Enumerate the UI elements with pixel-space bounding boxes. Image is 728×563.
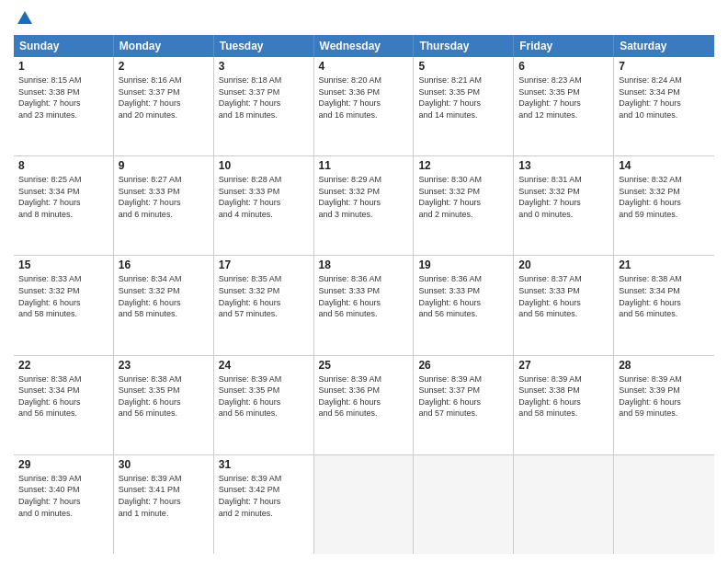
day-cell-7: 7Sunrise: 8:24 AMSunset: 3:34 PMDaylight… — [614, 57, 714, 155]
cell-line: Sunrise: 8:39 AM — [619, 373, 710, 385]
cell-line: Daylight: 7 hours — [18, 98, 108, 109]
calendar-body: 1Sunrise: 8:15 AMSunset: 3:38 PMDaylight… — [14, 57, 714, 554]
day-number: 12 — [418, 159, 508, 172]
cell-line: and 56 minutes. — [319, 308, 409, 320]
day-cell-17: 17Sunrise: 8:35 AMSunset: 3:32 PMDayligh… — [214, 256, 314, 354]
cell-line: Sunset: 3:39 PM — [619, 385, 710, 396]
day-number: 4 — [319, 60, 409, 73]
cell-line: Daylight: 6 hours — [518, 297, 609, 309]
cell-line: Sunset: 3:32 PM — [119, 285, 209, 297]
day-number: 6 — [518, 60, 609, 73]
cell-line: Daylight: 7 hours — [319, 98, 409, 109]
day-cell-12: 12Sunrise: 8:30 AMSunset: 3:32 PMDayligh… — [414, 156, 514, 255]
cell-line: Sunrise: 8:31 AM — [518, 174, 609, 186]
empty-cell — [414, 455, 514, 554]
cell-line: Sunset: 3:34 PM — [18, 385, 108, 396]
day-cell-19: 19Sunrise: 8:36 AMSunset: 3:33 PMDayligh… — [414, 256, 514, 354]
day-cell-10: 10Sunrise: 8:28 AMSunset: 3:33 PMDayligh… — [214, 156, 314, 255]
cell-line: Daylight: 6 hours — [119, 396, 209, 408]
day-cell-21: 21Sunrise: 8:38 AMSunset: 3:34 PMDayligh… — [614, 256, 714, 354]
day-number: 31 — [219, 458, 309, 471]
cell-line: Sunrise: 8:36 AM — [418, 273, 508, 285]
cell-line: Sunset: 3:32 PM — [18, 285, 108, 297]
cell-line: and 58 minutes. — [518, 408, 609, 419]
cell-line: Sunset: 3:33 PM — [418, 285, 508, 297]
cell-line: Sunset: 3:32 PM — [518, 186, 609, 198]
cell-line: and 3 minutes. — [319, 209, 409, 221]
cell-line: Daylight: 6 hours — [518, 396, 609, 408]
day-cell-29: 29Sunrise: 8:39 AMSunset: 3:40 PMDayligh… — [14, 455, 114, 554]
day-cell-27: 27Sunrise: 8:39 AMSunset: 3:38 PMDayligh… — [514, 356, 614, 454]
cell-line: Daylight: 7 hours — [219, 496, 309, 508]
cell-line: and 58 minutes. — [18, 308, 108, 320]
calendar-week-5: 29Sunrise: 8:39 AMSunset: 3:40 PMDayligh… — [14, 455, 714, 554]
cell-line: Daylight: 6 hours — [418, 297, 508, 309]
day-number: 22 — [18, 359, 108, 372]
day-number: 2 — [119, 60, 209, 73]
cell-line: Sunset: 3:37 PM — [418, 385, 508, 396]
calendar-week-2: 8Sunrise: 8:25 AMSunset: 3:34 PMDaylight… — [14, 156, 714, 256]
empty-cell — [314, 455, 415, 554]
cell-line: Sunrise: 8:38 AM — [619, 273, 710, 285]
day-cell-15: 15Sunrise: 8:33 AMSunset: 3:32 PMDayligh… — [14, 256, 114, 354]
cell-line: Sunrise: 8:24 AM — [619, 75, 710, 86]
cell-line: and 0 minutes. — [18, 508, 108, 520]
header-day-friday: Friday — [514, 35, 614, 57]
cell-line: and 12 minutes. — [518, 109, 609, 121]
day-cell-13: 13Sunrise: 8:31 AMSunset: 3:32 PMDayligh… — [514, 156, 614, 255]
cell-line: Sunrise: 8:34 AM — [119, 273, 209, 285]
cell-line: Sunrise: 8:38 AM — [119, 373, 209, 385]
cell-line: Sunrise: 8:39 AM — [319, 373, 409, 385]
cell-line: and 58 minutes. — [119, 308, 209, 320]
cell-line: Daylight: 7 hours — [319, 197, 409, 209]
cell-line: and 56 minutes. — [518, 308, 609, 320]
day-cell-1: 1Sunrise: 8:15 AMSunset: 3:38 PMDaylight… — [14, 57, 114, 155]
cell-line: Sunrise: 8:27 AM — [119, 174, 209, 186]
svg-marker-0 — [17, 11, 32, 24]
header-day-thursday: Thursday — [414, 35, 514, 57]
day-number: 10 — [219, 159, 309, 172]
header-day-saturday: Saturday — [614, 35, 714, 57]
cell-line: and 14 minutes. — [418, 109, 508, 121]
cell-line: Daylight: 6 hours — [219, 297, 309, 309]
cell-line: and 8 minutes. — [18, 209, 108, 221]
cell-line: and 16 minutes. — [319, 109, 409, 121]
day-cell-31: 31Sunrise: 8:39 AMSunset: 3:42 PMDayligh… — [214, 455, 314, 554]
day-number: 9 — [119, 159, 209, 172]
day-cell-24: 24Sunrise: 8:39 AMSunset: 3:35 PMDayligh… — [214, 356, 314, 454]
cell-line: Sunrise: 8:39 AM — [18, 473, 108, 485]
calendar-week-3: 15Sunrise: 8:33 AMSunset: 3:32 PMDayligh… — [14, 256, 714, 355]
cell-line: Sunset: 3:35 PM — [418, 86, 508, 98]
day-number: 27 — [518, 359, 609, 372]
day-cell-26: 26Sunrise: 8:39 AMSunset: 3:37 PMDayligh… — [414, 356, 514, 454]
cell-line: Sunrise: 8:33 AM — [18, 273, 108, 285]
cell-line: Sunset: 3:36 PM — [319, 385, 409, 396]
cell-line: and 2 minutes. — [418, 209, 508, 221]
day-number: 20 — [518, 259, 609, 271]
header-day-tuesday: Tuesday — [214, 35, 314, 57]
cell-line: Daylight: 6 hours — [619, 396, 710, 408]
cell-line: Sunrise: 8:39 AM — [418, 373, 508, 385]
cell-line: Daylight: 6 hours — [619, 197, 710, 209]
cell-line: Sunrise: 8:32 AM — [619, 174, 710, 186]
day-cell-18: 18Sunrise: 8:36 AMSunset: 3:33 PMDayligh… — [314, 256, 415, 354]
cell-line: and 2 minutes. — [219, 508, 309, 520]
cell-line: Sunrise: 8:39 AM — [518, 373, 609, 385]
empty-cell — [514, 455, 614, 554]
cell-line: Daylight: 7 hours — [518, 197, 609, 209]
header-day-monday: Monday — [114, 35, 214, 57]
day-cell-30: 30Sunrise: 8:39 AMSunset: 3:41 PMDayligh… — [114, 455, 214, 554]
calendar-header: SundayMondayTuesdayWednesdayThursdayFrid… — [14, 35, 714, 57]
cell-line: Daylight: 6 hours — [219, 396, 309, 408]
cell-line: Daylight: 7 hours — [18, 197, 108, 209]
cell-line: Daylight: 7 hours — [619, 98, 710, 109]
cell-line: Sunset: 3:32 PM — [418, 186, 508, 198]
day-number: 3 — [219, 60, 309, 73]
day-number: 18 — [319, 259, 409, 271]
cell-line: and 20 minutes. — [119, 109, 209, 121]
empty-cell — [614, 455, 714, 554]
cell-line: Sunset: 3:33 PM — [518, 285, 609, 297]
day-cell-9: 9Sunrise: 8:27 AMSunset: 3:33 PMDaylight… — [114, 156, 214, 255]
cell-line: Daylight: 7 hours — [119, 197, 209, 209]
cell-line: Sunset: 3:34 PM — [619, 285, 710, 297]
